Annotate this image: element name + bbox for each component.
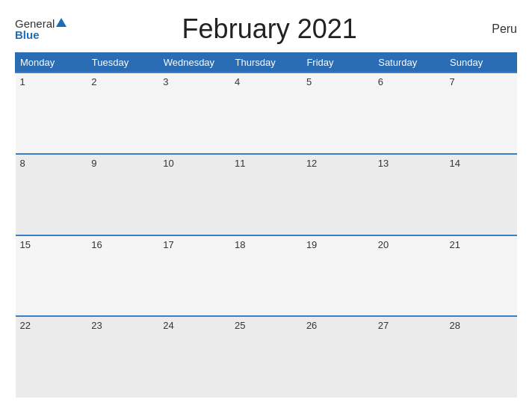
day-number: 19 — [306, 239, 317, 250]
day-cell-27: 27 — [374, 316, 445, 398]
day-cell-1: 1 — [16, 72, 87, 154]
day-cell-28: 28 — [445, 316, 517, 398]
day-number: 26 — [306, 320, 317, 331]
day-cell-15: 15 — [16, 235, 87, 317]
weekday-sunday: Sunday — [445, 53, 517, 73]
day-cell-22: 22 — [16, 316, 87, 398]
week-row-3: 15161718192021 — [16, 235, 517, 317]
day-cell-16: 16 — [87, 235, 158, 317]
day-number: 25 — [235, 320, 245, 331]
day-cell-14: 14 — [445, 154, 517, 235]
day-cell-9: 9 — [87, 154, 158, 235]
day-number: 11 — [235, 158, 245, 169]
weekday-wednesday: Wednesday — [158, 53, 230, 73]
day-number: 4 — [235, 76, 240, 87]
calendar-body: 1234567891011121314151617181920212223242… — [16, 72, 517, 398]
day-number: 18 — [235, 239, 245, 250]
day-cell-13: 13 — [374, 154, 445, 235]
day-cell-7: 7 — [445, 72, 517, 154]
header: General Blue February 2021 Peru — [15, 13, 517, 45]
weekday-header-row: MondayTuesdayWednesdayThursdayFridaySatu… — [16, 53, 517, 73]
logo-blue-text: Blue — [15, 29, 40, 40]
week-row-4: 22232425262728 — [16, 316, 517, 398]
day-cell-5: 5 — [302, 72, 374, 154]
country-label: Peru — [472, 22, 517, 36]
logo-triangle-icon — [56, 18, 66, 27]
day-cell-11: 11 — [230, 154, 302, 235]
day-number: 22 — [20, 320, 31, 331]
day-cell-3: 3 — [158, 72, 230, 154]
day-cell-19: 19 — [302, 235, 374, 317]
day-number: 14 — [450, 158, 460, 169]
day-number: 10 — [163, 158, 173, 169]
day-cell-23: 23 — [87, 316, 158, 398]
day-number: 5 — [306, 76, 312, 87]
day-number: 8 — [20, 158, 25, 169]
calendar-header: MondayTuesdayWednesdayThursdayFridaySatu… — [16, 53, 517, 73]
day-cell-17: 17 — [158, 235, 230, 317]
weekday-tuesday: Tuesday — [87, 53, 158, 73]
logo-general-text: General — [15, 18, 55, 29]
day-cell-18: 18 — [230, 235, 302, 317]
week-row-2: 891011121314 — [16, 154, 517, 235]
day-number: 21 — [450, 239, 460, 250]
day-cell-21: 21 — [445, 235, 517, 317]
day-number: 24 — [163, 320, 173, 331]
weekday-monday: Monday — [16, 53, 87, 73]
day-cell-10: 10 — [158, 154, 230, 235]
day-cell-6: 6 — [374, 72, 445, 154]
day-number: 6 — [378, 76, 383, 87]
day-cell-24: 24 — [158, 316, 230, 398]
weekday-friday: Friday — [302, 53, 374, 73]
calendar-table: MondayTuesdayWednesdayThursdayFridaySatu… — [15, 52, 517, 398]
day-number: 16 — [91, 239, 102, 250]
day-cell-25: 25 — [230, 316, 302, 398]
day-number: 7 — [450, 76, 455, 87]
day-number: 13 — [378, 158, 389, 169]
day-cell-20: 20 — [374, 235, 445, 317]
weekday-saturday: Saturday — [374, 53, 445, 73]
weekday-thursday: Thursday — [230, 53, 302, 73]
day-number: 9 — [91, 158, 96, 169]
day-cell-8: 8 — [16, 154, 87, 235]
day-cell-2: 2 — [87, 72, 158, 154]
day-number: 28 — [450, 320, 460, 331]
day-number: 27 — [378, 320, 389, 331]
day-number: 2 — [91, 76, 96, 87]
day-cell-26: 26 — [302, 316, 374, 398]
logo: General Blue — [15, 18, 66, 40]
day-number: 3 — [163, 76, 168, 87]
day-number: 1 — [20, 76, 25, 87]
week-row-1: 1234567 — [16, 72, 517, 154]
day-number: 15 — [20, 239, 31, 250]
day-cell-4: 4 — [230, 72, 302, 154]
day-number: 20 — [378, 239, 389, 250]
day-cell-12: 12 — [302, 154, 374, 235]
day-number: 23 — [91, 320, 102, 331]
month-title: February 2021 — [66, 13, 472, 45]
day-number: 17 — [163, 239, 173, 250]
day-number: 12 — [306, 158, 317, 169]
